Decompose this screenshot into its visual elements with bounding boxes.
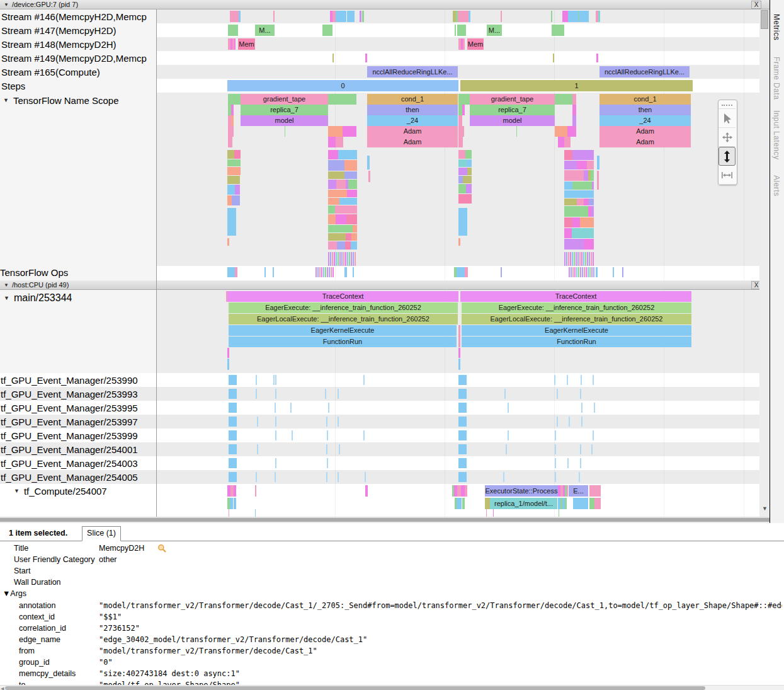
trace-event-tick[interactable] xyxy=(256,375,257,385)
trace-event-bar[interactable] xyxy=(323,267,324,277)
trace-event-bar[interactable]: _24 xyxy=(599,115,691,126)
trace-event-bar[interactable] xyxy=(235,267,237,277)
trace-event-bar[interactable] xyxy=(228,137,232,147)
trace-event-bar[interactable] xyxy=(458,137,463,147)
row-label[interactable]: ▼TensorFlow Name Scope xyxy=(3,93,119,107)
trace-event-bar[interactable] xyxy=(344,225,353,233)
trace-event-bar[interactable]: replica_7 xyxy=(470,105,555,115)
trace-event-bar[interactable] xyxy=(234,38,236,50)
trace-event-bar[interactable] xyxy=(566,252,567,266)
trace-event-bar[interactable] xyxy=(572,217,580,227)
vertical-scrollbar[interactable]: ▼ xyxy=(759,9,770,517)
trace-event-tick[interactable] xyxy=(580,444,581,454)
trace-event-bar[interactable]: _24 xyxy=(367,115,458,126)
trace-event-bar[interactable] xyxy=(229,417,237,427)
trace-event-tick[interactable] xyxy=(257,417,258,427)
trace-event-tick[interactable] xyxy=(275,389,276,399)
trace-event-tick[interactable] xyxy=(273,375,275,385)
trace-event-bar[interactable] xyxy=(516,126,517,137)
trace-event-bar[interactable] xyxy=(317,267,319,277)
trace-event-bar[interactable] xyxy=(229,444,237,454)
trace-event-tick[interactable] xyxy=(328,403,329,413)
collapse-triangle-icon[interactable]: ▼ xyxy=(4,282,9,288)
trace-event-bar[interactable]: M... xyxy=(255,25,275,36)
trace-event-tick[interactable] xyxy=(275,430,276,440)
trace-event-bar[interactable] xyxy=(587,161,594,170)
trace-event-bar[interactable] xyxy=(325,267,326,277)
trace-event-bar[interactable] xyxy=(457,25,466,36)
trace-event-bar[interactable] xyxy=(331,267,332,277)
trace-event-bar[interactable]: Adam xyxy=(599,126,691,137)
trace-event-bar[interactable] xyxy=(597,156,599,170)
trace-event-bar[interactable] xyxy=(458,403,467,413)
trace-event-tick[interactable] xyxy=(593,375,594,385)
trace-event-bar[interactable] xyxy=(467,168,472,175)
trace-event-tick[interactable] xyxy=(557,389,558,399)
trace-event-bar[interactable] xyxy=(349,252,350,266)
trace-event-bar[interactable] xyxy=(229,472,237,482)
trace-event-bar[interactable]: gradient_tape xyxy=(470,94,555,105)
cpu-process-header[interactable]: ▼ /host:CPU (pid 49) xyxy=(0,280,770,290)
trace-event-bar[interactable] xyxy=(564,228,572,238)
trace-event-bar[interactable] xyxy=(328,241,337,250)
trace-event-bar[interactable] xyxy=(347,190,357,197)
trace-event-bar[interactable] xyxy=(458,430,467,440)
vertical-scrollbar-thumb[interactable] xyxy=(761,10,768,29)
trace-event-bar[interactable]: replica_7 xyxy=(241,105,328,115)
trace-event-bar[interactable] xyxy=(229,375,237,385)
args-section-header[interactable]: ▼Args xyxy=(3,588,26,599)
trace-event-bar[interactable] xyxy=(463,38,465,50)
trace-event-bar[interactable] xyxy=(338,252,339,266)
trace-event-bar[interactable] xyxy=(229,458,237,468)
magnifier-icon[interactable] xyxy=(157,544,167,555)
trace-event-bar[interactable]: Mem xyxy=(467,38,484,50)
trace-event-bar[interactable] xyxy=(362,11,364,22)
trace-event-bar[interactable] xyxy=(328,198,339,205)
trace-event-bar[interactable] xyxy=(228,126,234,137)
trace-event-bar[interactable]: Adam xyxy=(599,137,691,147)
trace-event-bar[interactable] xyxy=(227,159,234,166)
trace-event-tick[interactable] xyxy=(275,403,276,413)
trace-event-bar[interactable] xyxy=(327,267,328,277)
trace-event-bar[interactable] xyxy=(596,54,598,62)
trace-event-tick[interactable] xyxy=(581,403,582,413)
trace-event-bar[interactable]: M... xyxy=(487,25,502,36)
trace-event-bar[interactable] xyxy=(589,485,601,497)
sidebar-tab-metrics[interactable]: Metrics xyxy=(772,14,781,40)
trace-event-bar[interactable] xyxy=(572,105,576,115)
trace-event-bar[interactable] xyxy=(346,11,347,22)
trace-event-bar[interactable] xyxy=(341,252,343,266)
trace-event-bar[interactable] xyxy=(230,11,239,22)
trace-event-bar[interactable]: 1 xyxy=(460,80,693,91)
trace-event-bar[interactable] xyxy=(589,198,594,205)
trace-event-bar[interactable] xyxy=(328,137,336,147)
trace-event-bar[interactable] xyxy=(588,267,589,277)
trace-event-tick[interactable] xyxy=(555,472,556,482)
trace-event-bar[interactable] xyxy=(582,267,583,277)
trace-event-bar[interactable] xyxy=(458,238,460,246)
trace-event-bar[interactable] xyxy=(227,348,229,358)
trace-event-bar[interactable] xyxy=(458,375,467,385)
trace-event-bar[interactable] xyxy=(328,252,329,266)
trace-event-bar[interactable] xyxy=(458,150,465,159)
trace-event-bar[interactable]: model xyxy=(241,115,328,126)
trace-event-bar[interactable] xyxy=(568,252,569,266)
trace-event-tick[interactable] xyxy=(580,389,581,399)
trace-event-bar[interactable] xyxy=(457,267,465,277)
trace-event-bar[interactable] xyxy=(336,180,346,189)
trace-event-bar[interactable] xyxy=(328,160,344,171)
collapse-triangle-icon[interactable]: ▼ xyxy=(14,488,20,494)
trace-event-bar[interactable]: ncclAllReduceRingLLKe... xyxy=(599,66,690,78)
trace-event-bar[interactable] xyxy=(573,498,588,509)
trace-event-tick[interactable] xyxy=(327,458,328,468)
trace-event-bar[interactable]: then xyxy=(367,105,458,115)
trace-event-bar[interactable] xyxy=(345,252,346,266)
trace-event-bar[interactable] xyxy=(574,252,575,266)
trace-event-tick[interactable] xyxy=(569,417,570,427)
trace-event-bar[interactable] xyxy=(584,239,594,250)
trace-event-bar[interactable] xyxy=(458,184,466,193)
trace-event-bar[interactable] xyxy=(336,137,343,147)
palette-grip-handle[interactable] xyxy=(719,100,736,109)
trace-event-bar[interactable] xyxy=(321,267,322,277)
trace-event-bar[interactable] xyxy=(455,25,456,36)
